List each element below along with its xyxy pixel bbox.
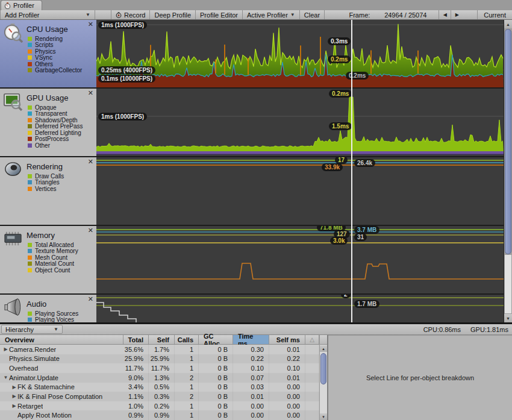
cell-gc: 0 B [199,410,233,420]
scroll-down-icon[interactable]: ▼ [504,314,512,322]
next-frame-button[interactable]: ▶ [451,10,463,19]
foldout-open-icon[interactable]: ▼ [2,375,9,380]
cell-time: 0.00 [233,410,269,420]
close-icon[interactable]: ✕ [88,158,93,166]
column-self-ms[interactable]: Self ms [269,335,305,344]
active-profiler-dropdown[interactable]: Active Profiler▼ [243,10,300,19]
memory-chart[interactable]: 71.8 MB3.7 MB127313.0k [96,226,504,293]
cell-self: 0.2% [149,401,175,411]
view-mode-dropdown[interactable]: Hierarchy▼ [1,325,63,334]
legend-swatch [28,318,32,322]
clear-button[interactable]: Clear [300,10,325,19]
hierarchy-panel: Overview Total Self Calls GC Alloc Time … [0,335,512,420]
cell-self_ms: 0.00 [269,383,305,392]
audio-chart[interactable]: 21.7 MB [96,295,504,322]
module-cpu-usage[interactable]: CPU Usage✕RenderingScriptsPhysicsVSyncOt… [0,20,96,87]
legend-item-others: Others [28,61,82,67]
table-scrollbar-thumb[interactable] [320,353,326,384]
scroll-up-icon[interactable]: ▲ [320,345,327,352]
row-label: Camera.Render [9,346,56,353]
column-self[interactable]: Self [149,335,175,344]
legend-swatch [28,37,32,41]
charts-scrollbar-thumb[interactable] [505,29,511,254]
cell-gc: 0 B [199,401,233,411]
cell-calls: 1 [175,401,199,411]
prev-frame-button[interactable]: ◀ [439,10,451,19]
cell-time: 0.03 [233,383,269,392]
rendering-icon [3,160,23,180]
chart-value-label: 26.4k [354,159,375,167]
legend-item-transparent: Transparent [28,111,83,118]
column-time-ms[interactable]: Time ms [233,335,269,344]
frame-indicator-line[interactable] [351,20,352,322]
rendering-chart[interactable]: 1726.4k33.9k [96,157,504,225]
table-row-overhead[interactable]: Overhead11.7%11.7%10 B0.100.10 [0,363,319,373]
cell-self_ms: 0.00 [269,401,305,411]
cpu-time-stat: CPU:0.86ms [423,326,461,333]
module-audio[interactable]: Audio✕Playing SourcesPlaying Voices [0,295,96,322]
gpu-chart[interactable]: 0.2ms1ms (1000FPS)1.5ms [96,89,504,156]
legend-swatch [28,312,32,316]
scroll-up-icon[interactable]: ▲ [504,20,512,28]
close-icon[interactable]: ✕ [88,295,93,303]
cell-calls: 1 [175,410,199,420]
chevron-down-icon: ▼ [54,327,58,332]
frame-label: Frame: [343,10,372,19]
sort-triangle-icon[interactable]: △ [305,335,319,344]
module-gpu-usage[interactable]: GPU Usage✕OpaqueTransparentShadows/Depth… [0,89,96,156]
legend-item-total-allocated: Total Allocated [28,242,78,248]
column-gc-alloc[interactable]: GC Alloc [199,335,233,344]
cell-time: 0.07 [233,373,269,383]
legend-item-physics: Physics [28,48,82,55]
charts-scrollbar[interactable]: ▲ ▼ [504,20,512,322]
legend-swatch [28,243,32,247]
table-row-ik-final-pose-computation[interactable]: ▶IK & Final Pose Computation1.1%0.3%20 B… [0,392,319,401]
foldout-closed-icon[interactable]: ▶ [11,393,17,399]
cell-gc: 0 B [199,363,233,373]
table-row-physics-simulate[interactable]: Physics.Simulate25.9%25.9%10 B0.220.22 [0,354,319,364]
cell-spacer [305,363,319,373]
legend-item-object-count: Object Count [28,267,78,274]
scroll-down-icon[interactable]: ▼ [320,413,327,420]
table-row-camera-render[interactable]: ▶Camera.Render35.6%1.7%10 B0.300.01 [0,345,319,354]
profile-editor-button[interactable]: Profile Editor [196,10,243,19]
column-calls[interactable]: Calls [175,335,199,344]
scrollbar-track[interactable] [505,255,511,313]
legend-item-deferred-prepass: Deferred PrePass [28,124,83,130]
record-button[interactable]: Record [111,10,150,19]
cell-total: 25.9% [123,354,149,364]
table-row-retarget[interactable]: ▶Retarget1.0%0.2%10 B0.000.00 [0,401,319,411]
legend-item-vsync: VSync [28,55,82,61]
table-row-fk-statemachine[interactable]: ▶FK & Statemachine3.4%0.5%10 B0.030.00 [0,383,319,392]
record-icon [116,12,122,18]
close-icon[interactable]: ✕ [88,89,93,97]
table-row-apply-root-motion[interactable]: Apply Root Motion0.9%0.9%10 B0.000.00 [0,410,319,420]
legend-item-texture-memory: Texture Memory [28,248,78,255]
current-frame-button[interactable]: Current [477,10,512,19]
table-scrollbar[interactable]: ▲ ▼ [319,335,327,420]
column-overview[interactable]: Overview [0,335,123,344]
cpu-chart[interactable]: 1ms (1000FPS)0.25ms (4000FPS)0.1ms (1000… [96,20,504,87]
module-memory[interactable]: Memory✕Total AllocatedTexture MemoryMesh… [0,226,96,293]
foldout-closed-icon[interactable]: ▶ [11,403,17,409]
chart-value-label: 0.25ms (4000FPS) [98,66,155,74]
gpu-time-stat: GPU:1.81ms [470,326,508,333]
module-rendering[interactable]: Rendering✕Draw CallsTrianglesVertices [0,157,96,225]
legend-swatch [28,68,32,72]
row-label: Retarget [17,403,43,410]
close-icon[interactable]: ✕ [88,20,93,28]
tab-profiler[interactable]: Profiler [1,0,42,10]
table-header: Overview Total Self Calls GC Alloc Time … [0,335,319,345]
cell-spacer [305,410,319,420]
deep-profile-button[interactable]: Deep Profile [150,10,196,19]
close-icon[interactable]: ✕ [88,227,93,234]
column-total[interactable]: Total [123,335,149,344]
foldout-closed-icon[interactable]: ▶ [2,346,9,352]
cell-total: 9.0% [123,373,149,383]
table-row-animator-update[interactable]: ▼Animator.Update9.0%1.3%20 B0.070.01 [0,373,319,383]
foldout-closed-icon[interactable]: ▶ [11,384,17,390]
chevron-down-icon: ▼ [290,12,295,17]
add-profiler-dropdown[interactable]: Add Profiler▼ [0,10,95,19]
legend-item-opaque: Opaque [28,104,83,111]
cell-calls: 1 [175,363,199,373]
